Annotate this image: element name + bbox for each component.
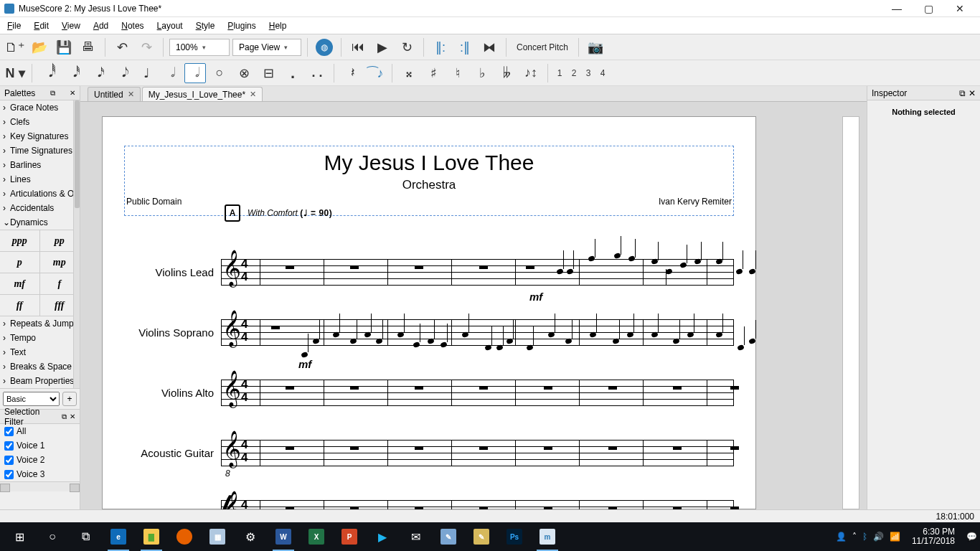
palette-dynamics[interactable]: ⌄Dynamics	[0, 215, 80, 230]
score-composer[interactable]: Ivan Kervy Remiter	[659, 197, 732, 207]
taskbar-powerpoint[interactable]: P	[333, 522, 366, 551]
taskbar-settings[interactable]: ⚙	[234, 522, 267, 551]
cortana-button[interactable]: ○	[36, 522, 69, 551]
palette-breaks[interactable]: ›Breaks & Space	[0, 359, 80, 374]
dot-button[interactable]: .	[282, 63, 303, 83]
double-flat-button[interactable]: 𝄫	[496, 63, 517, 83]
score-title[interactable]: My Jesus I Love Thee	[126, 151, 732, 175]
score-left-text[interactable]: Public Domain	[126, 197, 182, 207]
close-tab-icon[interactable]: ✕	[250, 90, 256, 99]
staff-piano-top[interactable]: ⎛ 𝄞 44	[124, 500, 734, 509]
sf-voice3[interactable]: Voice 3	[0, 467, 80, 481]
duration-whole[interactable]: ○	[209, 63, 230, 83]
tray-bluetooth-icon[interactable]: ᛒ	[862, 532, 867, 542]
rest-button[interactable]: 𝄽	[340, 63, 362, 83]
undo-button[interactable]: ↶	[111, 37, 133, 57]
save-button[interactable]: 💾	[53, 37, 75, 57]
tie-button[interactable]: ⁀♪	[364, 63, 386, 83]
voice-1-button[interactable]: 1	[554, 68, 565, 78]
sf-voice2[interactable]: Voice 2	[0, 453, 80, 467]
selection-filter-header[interactable]: Selection Filter ⧉ ✕	[0, 410, 80, 424]
duration-half[interactable]: 𝅗𝅥	[160, 63, 182, 83]
menu-add[interactable]: Add	[89, 19, 113, 32]
maximize-button[interactable]: ▢	[913, 0, 944, 17]
dynamic-mf[interactable]: mf	[298, 358, 311, 370]
score-subtitle[interactable]: Orchestra	[126, 178, 732, 192]
close-tab-icon[interactable]: ✕	[128, 90, 134, 99]
taskbar-word[interactable]: W	[267, 522, 300, 551]
duration-64th[interactable]: 𝅘𝅥𝅱	[38, 63, 60, 83]
palette-grace-notes[interactable]: ›Grace Notes	[0, 100, 80, 115]
palettes-header[interactable]: Palettes ⧉ ✕	[0, 86, 80, 100]
tray-clock[interactable]: 6:30 PM 11/17/2018	[906, 527, 961, 546]
zoom-select[interactable]: 100%▾	[169, 39, 230, 56]
new-button[interactable]: 🗋⁺	[4, 37, 26, 57]
undock-icon[interactable]: ⧉	[62, 413, 67, 421]
repeat-end-button[interactable]: :‖	[454, 37, 476, 57]
duration-quarter[interactable]: ♩	[136, 63, 157, 83]
task-view-button[interactable]: ⧉	[69, 522, 102, 551]
menu-view[interactable]: View	[57, 19, 85, 32]
palette-lines[interactable]: ›Lines	[0, 172, 80, 187]
palette-beam[interactable]: ›Beam Properties	[0, 374, 80, 388]
print-button[interactable]: 🖶	[77, 37, 99, 57]
staff-violins-alto[interactable]: Violins Alto 𝄞 44	[124, 380, 734, 405]
menu-style[interactable]: Style	[192, 19, 220, 32]
menu-help[interactable]: Help	[265, 19, 291, 32]
taskbar-firefox[interactable]	[168, 522, 201, 551]
duration-half-active[interactable]: 𝅗𝅥	[184, 63, 206, 83]
close-panel-icon[interactable]: ✕	[70, 89, 75, 97]
title-frame-selected[interactable]: My Jesus I Love Thee Orchestra Public Do…	[124, 146, 734, 216]
view-select[interactable]: Page View▾	[232, 39, 301, 56]
taskbar-app2[interactable]: ✎	[432, 522, 465, 551]
duration-breve[interactable]: ⊗	[233, 63, 255, 83]
voice-2-button[interactable]: 2	[568, 68, 580, 78]
duration-longa[interactable]: ⊟	[258, 63, 279, 83]
duration-16th[interactable]: 𝅘𝅥𝅯	[87, 63, 108, 83]
tray-people-icon[interactable]: 👤	[836, 532, 847, 542]
palette-articulations[interactable]: ›Articulations & O	[0, 187, 80, 201]
taskbar-media[interactable]: ▶	[366, 522, 399, 551]
dyn-ff[interactable]: ff	[0, 295, 40, 316]
natural-button[interactable]: ♮	[447, 63, 468, 83]
mixer-button[interactable]: ◍	[314, 37, 335, 57]
note-input-button[interactable]: N ▾	[4, 63, 26, 83]
taskbar-edge[interactable]: e	[102, 522, 135, 551]
palette-repeats[interactable]: ›Repeats & Jump	[0, 316, 80, 331]
dyn-mf[interactable]: mf	[0, 273, 40, 295]
taskbar-app1[interactable]: ▦	[201, 522, 234, 551]
menu-layout[interactable]: Layout	[153, 19, 187, 32]
taskbar-mail[interactable]: ✉	[399, 522, 432, 551]
sf-voice1[interactable]: Voice 1	[0, 438, 80, 453]
flat-button[interactable]: ♭	[471, 63, 493, 83]
loop-button[interactable]: ↻	[396, 37, 418, 57]
screenshot-button[interactable]: 📷	[585, 37, 606, 57]
staff-acoustic-guitar[interactable]: Acoustic Guitar 𝄞 8 44	[124, 440, 734, 466]
taskbar-app3[interactable]: ✎	[465, 522, 498, 551]
menu-notes[interactable]: Notes	[117, 19, 148, 32]
inspector-header[interactable]: Inspector ⧉ ✕	[867, 86, 980, 100]
duration-32nd[interactable]: 𝅘𝅥𝅰	[62, 63, 84, 83]
staff-violins-lead[interactable]: Violins Lead 𝄞 44	[124, 259, 734, 285]
rehearsal-mark[interactable]: A	[225, 204, 240, 222]
dyn-ppp[interactable]: ppp	[0, 230, 40, 252]
tray-volume-icon[interactable]: 🔊	[873, 532, 884, 542]
scrollbar[interactable]	[73, 100, 80, 388]
undock-icon[interactable]: ⧉	[959, 88, 966, 98]
rewind-button[interactable]: ⏮	[347, 37, 369, 57]
palette-tempo[interactable]: ›Tempo	[0, 331, 80, 345]
palette-barlines[interactable]: ›Barlines	[0, 158, 80, 172]
redo-button[interactable]: ↷	[136, 37, 157, 57]
taskbar-explorer[interactable]: ▇	[135, 522, 168, 551]
duration-8th[interactable]: 𝅘𝅥𝅮	[111, 63, 133, 83]
repeat-start-button[interactable]: ‖:	[430, 37, 451, 57]
tab-untitled[interactable]: Untitled✕	[88, 87, 141, 101]
close-button[interactable]: ✕	[944, 0, 976, 17]
voice-4-button[interactable]: 4	[597, 68, 608, 78]
double-dot-button[interactable]: . .	[306, 63, 328, 83]
palette-text[interactable]: ›Text	[0, 345, 80, 359]
tray-chevron-icon[interactable]: ˄	[852, 532, 857, 542]
open-button[interactable]: 📂	[29, 37, 50, 57]
palette-accidentals[interactable]: ›Accidentals	[0, 201, 80, 215]
taskbar-excel[interactable]: X	[300, 522, 333, 551]
